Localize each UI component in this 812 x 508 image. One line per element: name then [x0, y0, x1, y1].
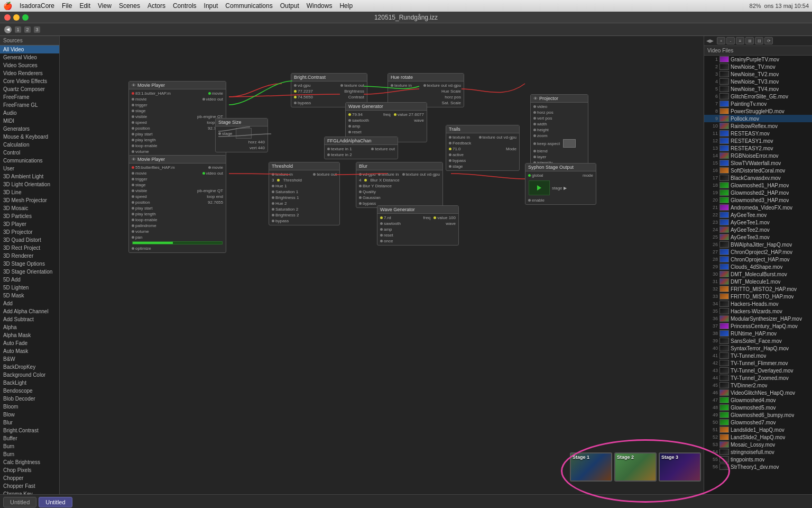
sidebar-item-blur[interactable]: Blur	[0, 419, 59, 427]
file-item-41[interactable]: 41TV-Tunnel.mov	[704, 352, 812, 359]
file-item-42[interactable]: 42TV-Tunnel_Flimmer.mov	[704, 359, 812, 367]
sidebar-item-bloom[interactable]: Bloom	[0, 403, 59, 411]
file-item-16[interactable]: 16SoftDistortedCoral.mov	[704, 167, 812, 174]
file-item-50[interactable]: 50Glowmoshed7.mov	[704, 419, 812, 426]
file-item-29[interactable]: 29Clouds_4dShape.mov	[704, 263, 812, 270]
file-item-26[interactable]: 26BWAlphaJitter_HapQ.mov	[704, 241, 812, 248]
scene-num-3[interactable]: 3	[34, 26, 40, 33]
stage-3-thumb[interactable]: Stage 3	[659, 452, 701, 482]
file-item-13[interactable]: 13RESTEASY2.mov	[704, 144, 812, 152]
sidebar-item-bendoscope[interactable]: Bendoscope	[0, 387, 59, 395]
sidebar-item-chopper[interactable]: Chopper	[0, 474, 59, 482]
toolbar-btn-1[interactable]: +	[717, 37, 725, 44]
file-item-54[interactable]: 54stringnoisefull.mov	[704, 448, 812, 456]
file-item-18[interactable]: 18Glowmoshed1_HAP.mov	[704, 182, 812, 189]
sidebar-item-user[interactable]: User	[0, 165, 59, 173]
file-item-4[interactable]: 4NewNoise_TV3.mov	[704, 78, 812, 85]
menu-scenes[interactable]: Scenes	[119, 2, 140, 10]
menu-view[interactable]: View	[98, 2, 112, 10]
file-item-34[interactable]: 34Hackers-Heads.mov	[704, 300, 812, 307]
sidebar-item-5d-lighten[interactable]: 5D Lighten	[0, 284, 59, 292]
menu-actors[interactable]: Actors	[147, 2, 165, 10]
sidebar-item-alpha-mask[interactable]: Alpha Mask	[0, 331, 59, 339]
sidebar-item-5d-mask[interactable]: 5D Mask	[0, 292, 59, 300]
file-item-1[interactable]: 1GrainyPurpleTV.mov	[704, 56, 812, 63]
sidebar-item-buffer[interactable]: Buffer	[0, 434, 59, 442]
menu-controls[interactable]: Controls	[173, 2, 197, 10]
file-item-49[interactable]: 49Glowmoshed6_bumpy.mov	[704, 411, 812, 419]
file-item-45[interactable]: 45TVDinner2.mov	[704, 382, 812, 389]
sidebar-item-background-color[interactable]: Background Color	[0, 371, 59, 379]
file-item-9[interactable]: 9Pollock.mov	[704, 115, 812, 122]
tab-untitled-1[interactable]: Untitled	[3, 497, 36, 507]
sidebar-item-burn[interactable]: Burn	[0, 450, 59, 458]
sidebar-item-quartz-composer[interactable]: Quartz Composer	[0, 85, 59, 93]
node-trails[interactable]: Trails texture intexture out vd-gpu Feed…	[446, 125, 520, 171]
scene-num-2[interactable]: 2	[24, 26, 31, 33]
sidebar-item-freeframe[interactable]: FreeFrame	[0, 93, 59, 101]
sidebar-item-calc-brightness[interactable]: Calc Brightness	[0, 458, 59, 466]
file-item-56[interactable]: 56StrTheory1_dxv.mov	[704, 463, 812, 470]
sidebar-item-alpha[interactable]: Alpha	[0, 323, 59, 331]
sidebar-item-bright-contrast[interactable]: Bright.Contrast	[0, 427, 59, 434]
sidebar-item-3d-rect-project[interactable]: 3D Rect Project	[0, 244, 59, 252]
menu-output[interactable]: Output	[280, 2, 299, 10]
sidebar-item-5d-add[interactable]: 5D Add	[0, 276, 59, 284]
sidebar-item-burn[interactable]: Burn	[0, 442, 59, 450]
sidebar-item-audio[interactable]: Audio	[0, 109, 59, 117]
file-item-47[interactable]: 47Glowmoshed4.mov	[704, 396, 812, 404]
file-item-24[interactable]: 24AyGeeTee2.mov	[704, 226, 812, 233]
scene-num-1[interactable]: 1	[15, 26, 21, 33]
sidebar-item-calculation[interactable]: Calculation	[0, 141, 59, 149]
file-item-15[interactable]: 15SlowTVWaterfall.mov	[704, 159, 812, 167]
sidebar-item-control[interactable]: Control	[0, 149, 59, 157]
file-item-32[interactable]: 32FRITTO_MISTO2_HAP.mov	[704, 285, 812, 293]
menu-file[interactable]: File	[62, 2, 72, 10]
close-button[interactable]	[4, 14, 11, 21]
sidebar-item-chopper-fast[interactable]: Chopper Fast	[0, 482, 59, 490]
menu-isadora[interactable]: IsadoraCore	[20, 2, 54, 10]
sidebar-item-chroma-key[interactable]: Chroma Key	[0, 490, 59, 494]
file-item-39[interactable]: 39SansSoleil_Face.mov	[704, 337, 812, 344]
sidebar-item-3d-mesh-projector[interactable]: 3D Mesh Projector	[0, 196, 59, 204]
sidebar-item-video-renderers[interactable]: Video Renderers	[0, 69, 59, 77]
sidebar-item-communications[interactable]: Communications	[0, 157, 59, 165]
sidebar-item-add-subtract[interactable]: Add Subtract	[0, 315, 59, 323]
sidebar-item-freeframe-gl[interactable]: FreeFrame GL	[0, 101, 59, 109]
file-item-30[interactable]: 30DMT_MoleculBurst.mov	[704, 270, 812, 278]
actors-list[interactable]: All VideoGeneral VideoVideo SourcesVideo…	[0, 46, 59, 494]
menu-input[interactable]: Input	[204, 2, 218, 10]
file-item-23[interactable]: 23AyGeeTee1.mov	[704, 219, 812, 226]
sidebar-item-auto-fade[interactable]: Auto Fade	[0, 339, 59, 347]
file-item-52[interactable]: 52LandSlide2_HapQ.mov	[704, 433, 812, 441]
node-wave-gen-2[interactable]: Wave Generator 7.rdfreqvalue 100 sawtoot…	[377, 205, 459, 246]
file-item-46[interactable]: 46VideoGlitchNes_HapQ.mov	[704, 389, 812, 396]
file-item-38[interactable]: 38RUNtime_HAP.mov	[704, 330, 812, 337]
file-item-7[interactable]: 7PaintingTv.mov	[704, 100, 812, 107]
stage-2-thumb[interactable]: Stage 2	[614, 452, 657, 482]
file-item-20[interactable]: 20Glowmoshed3_HAP.mov	[704, 196, 812, 204]
sidebar-item-blow[interactable]: Blow	[0, 411, 59, 419]
file-item-28[interactable]: 28ChronOproject_HAP.mov	[704, 256, 812, 263]
node-ffgl-add-alpha[interactable]: FFGLAddAlphaChan texture in 1texture out…	[324, 137, 398, 159]
file-item-48[interactable]: 48Glowmoshed5.mov	[704, 404, 812, 411]
sidebar-item-3d-renderer[interactable]: 3D Renderer	[0, 252, 59, 260]
file-item-3[interactable]: 3NewNoise_TV2.mov	[704, 70, 812, 78]
file-item-22[interactable]: 22AyGeeTee.mov	[704, 211, 812, 219]
file-item-44[interactable]: 44TV-Tunnel_Zoomed.mov	[704, 374, 812, 382]
file-item-2[interactable]: 2NewNoise_TV.mov	[704, 63, 812, 70]
sidebar-item-add[interactable]: Add	[0, 300, 59, 307]
node-blur[interactable]: Blur vd-gputexture intexture out vd-gpu …	[356, 162, 443, 208]
sidebar-item-general-video[interactable]: General Video	[0, 53, 59, 61]
sidebar-item-blob-decoder[interactable]: Blob Decoder	[0, 395, 59, 403]
file-item-33[interactable]: 33FRITTO_MISTO_HAP.mov	[704, 293, 812, 300]
menu-edit[interactable]: Edit	[79, 2, 90, 10]
node-stage-size[interactable]: Stage Size stage horz 440 vert 440	[215, 118, 268, 152]
file-item-8[interactable]: 8PowerStruggleHD.mov	[704, 107, 812, 115]
sidebar-item-backdropkey[interactable]: BackDropKey	[0, 363, 59, 371]
apple-menu[interactable]: 🍎	[3, 2, 12, 10]
file-item-6[interactable]: 6GlitchErrorSlite_GE.mov	[704, 93, 812, 100]
toolbar-btn-2[interactable]: -	[726, 37, 735, 44]
maximize-button[interactable]	[22, 14, 29, 21]
tab-untitled-2[interactable]: Untitled	[39, 497, 72, 507]
